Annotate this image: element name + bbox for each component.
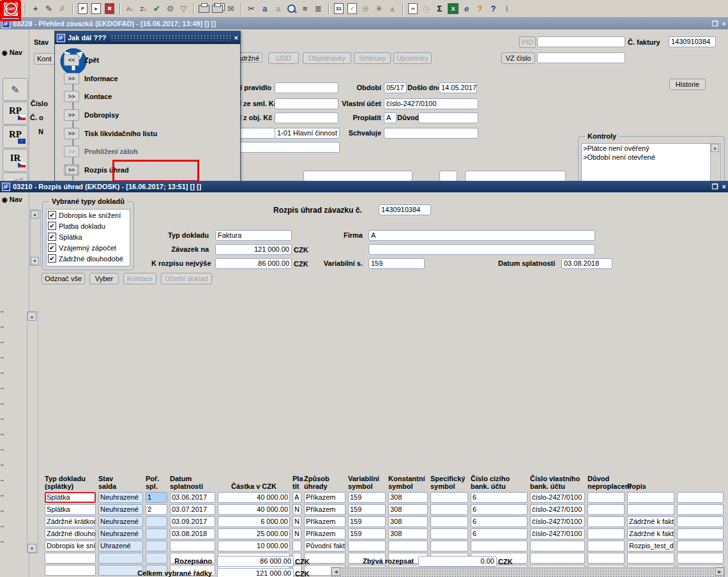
confirm-icon[interactable]: ✔: [151, 3, 163, 15]
table-row[interactable]: Zádržné dlouhodobéNeuhrazené03.08.201825…: [45, 528, 726, 541]
doc-type-option[interactable]: ✔Splátka: [47, 231, 130, 242]
record-add-icon[interactable]: +: [29, 3, 42, 15]
vz-cislo-field[interactable]: [537, 52, 625, 63]
close-icon[interactable]: ×: [722, 183, 726, 190]
typ-dokladu-field[interactable]: Faktura: [215, 230, 292, 241]
zavazek-field[interactable]: 121 000.00: [215, 244, 292, 255]
plneni-obj-field[interactable]: [275, 112, 338, 123]
scroll-up-icon[interactable]: ▲: [31, 210, 39, 219]
table-cell[interactable]: [430, 528, 468, 539]
table-cell[interactable]: 308: [388, 492, 428, 503]
doc-view-icon[interactable]: ∞: [407, 3, 419, 15]
obdobi-field[interactable]: 05/17: [384, 82, 407, 93]
scroll-up-icon[interactable]: ▲: [711, 144, 719, 152]
smlouvy-button[interactable]: Smlouvy: [354, 52, 391, 64]
table-cell[interactable]: 1: [146, 492, 167, 503]
pyramid-icon[interactable]: ▲: [386, 3, 398, 15]
table-cell[interactable]: 159: [348, 504, 386, 515]
browser-icon[interactable]: e: [460, 3, 473, 15]
table-cell[interactable]: Zádržné k faktuře: [627, 516, 674, 527]
table-cell[interactable]: N: [292, 516, 301, 527]
table-cell[interactable]: Zádržné k faktuře: [627, 528, 674, 539]
table-vscrollbar[interactable]: ▲ ▼: [27, 311, 38, 553]
vyber-button[interactable]: Vyber: [89, 273, 119, 284]
doc-types-scrollbar[interactable]: ▲ ▼: [30, 210, 41, 266]
table-cell[interactable]: Neuhrazené: [98, 528, 143, 539]
table-cell[interactable]: [170, 541, 215, 551]
restore-icon[interactable]: ❐: [712, 183, 718, 190]
table-cell[interactable]: [45, 565, 96, 576]
menu-arrow-button[interactable]: <<: [64, 54, 79, 66]
table-cell[interactable]: 159: [348, 516, 386, 527]
historie-button[interactable]: Historie: [669, 79, 706, 90]
table-cell[interactable]: Příkazem: [304, 528, 345, 539]
excel-icon[interactable]: X: [447, 3, 459, 15]
close-icon[interactable]: ×: [722, 20, 726, 27]
table-cell[interactable]: 308: [388, 528, 428, 539]
doc-delete-icon[interactable]: ✖: [103, 3, 116, 15]
sort-asc-icon[interactable]: A↓: [124, 3, 136, 15]
menu-item-tisk-likvida-n-ho-listu[interactable]: >>Tisk likvidačního listu: [64, 128, 157, 139]
table-cell[interactable]: Uhrazené: [98, 541, 143, 551]
duvod-field[interactable]: [418, 112, 478, 123]
menu-arrow-button[interactable]: >>: [64, 109, 79, 121]
table-row[interactable]: SplátkaNeuhrazené103.06.201740 000.00APř…: [45, 492, 726, 504]
print-icon[interactable]: [198, 3, 210, 15]
variabilni-field[interactable]: 159: [368, 258, 425, 269]
filter-icon[interactable]: ▽: [178, 3, 190, 15]
ucetni-doklad-button[interactable]: Účetní doklad: [161, 273, 212, 284]
ir-cz-button[interactable]: IR: [3, 149, 28, 172]
firma-field[interactable]: A: [368, 230, 595, 241]
table-cell[interactable]: 25 000.00: [218, 528, 290, 539]
time-icon[interactable]: ◷: [420, 3, 432, 15]
table-row[interactable]: Dobropis ke sníženíUhrazené10 000.00Půvo…: [45, 541, 726, 553]
checkbox-icon[interactable]: ✔: [48, 243, 56, 252]
k-rozpisu-field[interactable]: 86 000.00: [215, 258, 292, 269]
close-icon[interactable]: ×: [234, 35, 238, 42]
nav-radio[interactable]: ◉ Nav: [2, 49, 22, 56]
doc-copy-icon[interactable]: P: [77, 3, 89, 15]
partial-field[interactable]: [439, 171, 457, 181]
pid-button[interactable]: PID: [519, 36, 536, 48]
table-cell[interactable]: 03.08.2018: [170, 528, 215, 539]
list-detail-icon[interactable]: ≡: [299, 3, 311, 15]
table-cell[interactable]: [146, 541, 167, 551]
doc-type-option[interactable]: ✔Dobropis ke snížení: [47, 210, 130, 220]
table-cell[interactable]: číslo-2427/0100: [530, 492, 585, 503]
table-cell[interactable]: Příkazem: [304, 492, 345, 503]
table-cell[interactable]: Zádržné krátkodobé: [45, 516, 96, 527]
checkbox-icon[interactable]: ✔: [48, 254, 56, 263]
table-cell[interactable]: [627, 504, 674, 515]
scroll-left-icon[interactable]: ◀: [331, 567, 340, 576]
popup-titlebar[interactable]: iF Jak dál ??? ×: [55, 31, 240, 44]
menu-arrow-button[interactable]: >>: [64, 164, 79, 176]
restore-icon[interactable]: ❐: [712, 20, 718, 27]
scroll-down-icon[interactable]: ▼: [27, 544, 36, 553]
menu-item-informace[interactable]: >>Informace: [64, 73, 118, 84]
plneni-sml-field[interactable]: [275, 98, 338, 109]
ucetni-pravidlo-field[interactable]: [275, 82, 338, 93]
menu-item-kontace[interactable]: >>Kontace: [64, 91, 112, 102]
table-hscrollbar[interactable]: ◀ ▶: [331, 567, 725, 577]
menu-item-dobropisy[interactable]: >>Dobropisy: [64, 109, 119, 121]
doc-note-icon[interactable]: ✓: [346, 3, 358, 15]
clipboard-icon[interactable]: 31: [333, 3, 345, 15]
print-all-icon[interactable]: [211, 3, 224, 15]
table-cell[interactable]: Dobropis ke snížení: [45, 541, 96, 551]
table-cell[interactable]: Neuhrazené: [98, 516, 143, 527]
table-cell[interactable]: číslo-2427/0100: [530, 504, 585, 515]
window2-titlebar[interactable]: iF 03210 - Rozpis úhrad (EKDOSK) - [16.0…: [0, 181, 728, 192]
table-cell[interactable]: [588, 553, 625, 564]
menu-item-prohl-en-z-loh[interactable]: >>Prohlížení záloh: [64, 146, 138, 157]
table-cell[interactable]: [98, 553, 143, 564]
table-cell[interactable]: [588, 516, 625, 527]
table-cell[interactable]: [348, 541, 386, 551]
cinnost-field[interactable]: 1-01 Hlavní činnost: [275, 128, 340, 139]
search-doc-icon[interactable]: [285, 3, 298, 15]
table-cell[interactable]: Příkazem: [304, 504, 345, 515]
table-cell[interactable]: Neuhrazené: [98, 504, 143, 515]
table-cell[interactable]: [530, 553, 585, 564]
table-cell[interactable]: 159: [348, 492, 386, 503]
scroll-right-icon[interactable]: ▶: [715, 567, 724, 576]
doc-type-option[interactable]: ✔Zádržné dlouhodobé: [47, 253, 130, 264]
